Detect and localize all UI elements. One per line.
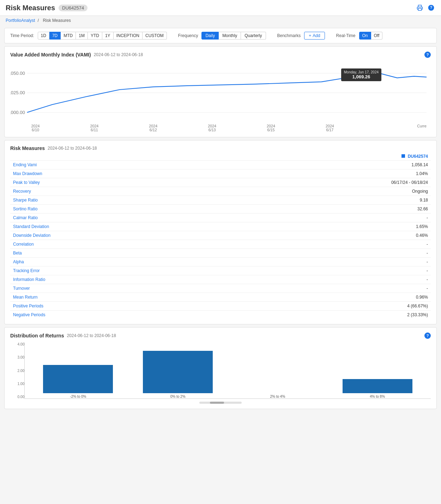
dist-bars-container: -2% to 0% 0% to 2% 2% to 4% 4% to 8% xyxy=(24,342,431,399)
rm-portfolio-label: DU642574 xyxy=(408,154,428,159)
row-label: Alpha xyxy=(13,259,24,264)
period-7d[interactable]: 7D xyxy=(49,32,61,40)
table-row: Information Ratio - xyxy=(10,275,431,284)
table-row: Turnover - xyxy=(10,284,431,293)
frequency-group: Frequency Daily Monthly Quarterly xyxy=(178,32,266,40)
row-label: Information Ratio xyxy=(13,277,45,282)
vami-chart-svg: 1,050.00 1,025.00 1,000.00 2024 6/10 202… xyxy=(10,61,431,132)
print-icon[interactable] xyxy=(416,4,424,12)
dist-bar xyxy=(343,379,412,393)
row-label: Mean Return xyxy=(13,295,37,300)
table-row: Calmar Ratio - xyxy=(10,213,431,222)
svg-point-9 xyxy=(374,71,378,74)
row-value: 06/17/24 - 06/18/24 xyxy=(391,180,428,185)
vami-section: Value Added Monthly Index (VAMI) 2024-06… xyxy=(4,46,437,137)
realtime-off[interactable]: Off xyxy=(371,32,383,40)
period-1m[interactable]: 1M xyxy=(76,32,88,40)
time-period-group: Time Period: 1D 7D MTD 1M YTD 1Y INCEPTI… xyxy=(10,32,167,40)
vami-title: Value Added Monthly Index (VAMI) xyxy=(10,52,91,58)
svg-text:2024: 2024 xyxy=(90,124,98,128)
period-inception[interactable]: INCEPTION xyxy=(114,32,143,40)
realtime-group: Real-Time On Off xyxy=(336,32,383,40)
frequency-buttons: Daily Monthly Quarterly xyxy=(201,32,266,40)
freq-daily[interactable]: Daily xyxy=(201,32,219,40)
vami-date-range: 2024-06-12 to 2024-06-18 xyxy=(94,52,143,57)
distribution-section: Distribution of Returns 2024-06-12 to 20… xyxy=(4,327,437,409)
breadcrumb-current: Risk Measures xyxy=(43,18,71,23)
dist-y-label: 3.00 xyxy=(18,355,24,359)
row-value: 1.04% xyxy=(416,171,428,176)
dist-bar-label: 4% to 8% xyxy=(370,395,385,398)
svg-text:6/13: 6/13 xyxy=(209,128,216,132)
dist-date-range: 2024-06-12 to 2024-06-18 xyxy=(67,333,116,338)
row-value: 9.18 xyxy=(420,198,428,203)
table-row: Tracking Error - xyxy=(10,266,431,275)
dist-scroll-track xyxy=(199,402,242,404)
help-icon[interactable]: ? xyxy=(427,4,435,12)
row-label: Peak to Valley xyxy=(13,180,40,185)
row-value: 2 (33.33%) xyxy=(407,312,428,317)
row-value: 0.46% xyxy=(416,233,428,238)
row-value: 1.65% xyxy=(416,224,428,229)
table-row: Max Drawdown 1.04% xyxy=(10,169,431,178)
period-mtd[interactable]: MTD xyxy=(61,32,76,40)
dist-help-icon[interactable]: ? xyxy=(424,332,431,339)
add-label: Add xyxy=(313,33,320,38)
table-row: Standard Deviation 1.65% xyxy=(10,222,431,231)
svg-text:1,000.00: 1,000.00 xyxy=(10,110,25,115)
vami-help-icon[interactable]: ? xyxy=(424,52,431,58)
rm-title-row: Risk Measures 2024-06-12 to 2024-06-18 xyxy=(10,145,431,151)
row-value: - xyxy=(427,242,428,247)
svg-text:?: ? xyxy=(430,5,433,10)
table-row: Downside Deviation 0.46% xyxy=(10,231,431,240)
row-label: Negative Periods xyxy=(13,312,45,317)
vami-title-row: Value Added Monthly Index (VAMI) 2024-06… xyxy=(10,52,431,58)
benchmarks-group: Benchmarks + Add xyxy=(277,32,325,40)
row-label: Turnover xyxy=(13,286,30,291)
add-icon: + xyxy=(309,33,311,38)
period-1d[interactable]: 1D xyxy=(38,32,49,40)
dist-bar-group: 4% to 8% xyxy=(327,379,427,398)
row-label: Correlation xyxy=(13,242,34,247)
dist-scroll-thumb[interactable] xyxy=(210,402,224,404)
dist-title: Distribution of Returns xyxy=(10,333,64,338)
dist-y-label: 1.00 xyxy=(18,382,24,386)
row-label: Ending Vami xyxy=(13,162,37,167)
breadcrumb-parent[interactable]: PortfolioAnalyst xyxy=(6,18,35,23)
row-label: Sharpe Ratio xyxy=(13,198,38,203)
table-row: Positive Periods 4 (66.67%) xyxy=(10,301,431,310)
realtime-on[interactable]: On xyxy=(359,32,371,40)
dist-y-label: 2.00 xyxy=(18,369,24,373)
page-title: Risk Measures DU642574 xyxy=(6,4,87,12)
period-1y[interactable]: 1Y xyxy=(102,32,114,40)
time-period-label: Time Period: xyxy=(10,33,34,38)
row-value: - xyxy=(427,215,428,220)
table-row: Peak to Valley 06/17/24 - 06/18/24 xyxy=(10,178,431,187)
table-row: Correlation - xyxy=(10,240,431,248)
rm-date-range: 2024-06-12 to 2024-06-18 xyxy=(48,146,97,151)
rm-portfolio-header: DU642574 xyxy=(10,152,431,160)
table-row: Sortino Ratio 32.66 xyxy=(10,204,431,213)
svg-text:6/12: 6/12 xyxy=(150,128,157,132)
dist-bar-label: -2% to 0% xyxy=(70,395,86,398)
row-value: Ongoing xyxy=(412,189,428,194)
distribution-chart: 4.00 3.00 2.00 1.00 0.00 -2% to 0% 0% to… xyxy=(10,342,431,404)
row-label: Downside Deviation xyxy=(13,233,50,238)
row-value: - xyxy=(427,286,428,291)
svg-text:1,025.00: 1,025.00 xyxy=(10,91,25,96)
row-value: - xyxy=(427,268,428,273)
dist-y-label: 4.00 xyxy=(18,342,24,346)
period-ytd[interactable]: YTD xyxy=(88,32,102,40)
svg-text:Curre: Curre xyxy=(417,124,427,128)
period-custom[interactable]: CUSTOM xyxy=(143,32,167,40)
svg-text:6/11: 6/11 xyxy=(91,128,98,132)
vami-chart: 1,050.00 1,025.00 1,000.00 2024 6/10 202… xyxy=(10,61,431,132)
dist-scrollbar[interactable] xyxy=(10,402,431,404)
add-benchmark-button[interactable]: + Add xyxy=(304,32,325,40)
svg-text:1,050.00: 1,050.00 xyxy=(10,71,25,76)
row-label: Positive Periods xyxy=(13,304,43,308)
svg-text:2024: 2024 xyxy=(326,124,334,128)
freq-quarterly[interactable]: Quarterly xyxy=(241,32,266,40)
freq-monthly[interactable]: Monthly xyxy=(219,32,241,40)
table-row: Ending Vami 1,058.14 xyxy=(10,160,431,169)
